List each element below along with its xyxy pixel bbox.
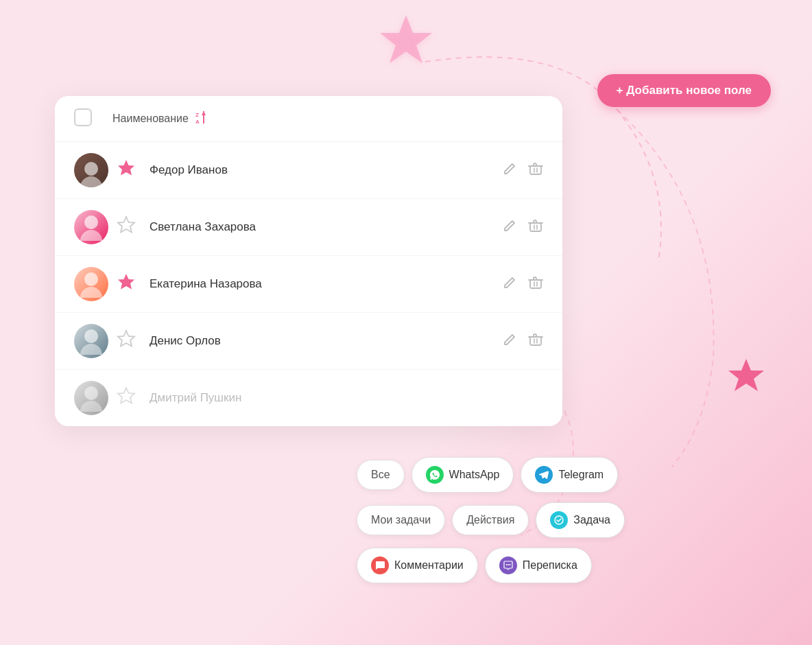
row-person-name: Светлана Захарова — [150, 220, 502, 234]
svg-marker-22 — [118, 388, 134, 403]
row-person-name: Федор Иванов — [150, 163, 502, 177]
filter-telegram-button[interactable]: Telegram — [521, 457, 618, 493]
svg-rect-15 — [530, 280, 541, 288]
star-toggle[interactable] — [117, 329, 139, 353]
svg-marker-6 — [118, 160, 134, 176]
svg-marker-5 — [202, 111, 206, 115]
row-actions — [502, 275, 543, 294]
delete-icon[interactable] — [528, 161, 543, 180]
filter-row-2: Мои задачи Действия Задача — [357, 502, 625, 538]
star-toggle[interactable] — [117, 159, 139, 183]
svg-rect-11 — [530, 223, 541, 231]
delete-icon[interactable] — [528, 275, 543, 294]
checkbox-box[interactable] — [74, 108, 92, 126]
svg-marker-0 — [380, 15, 432, 63]
star-toggle[interactable] — [117, 215, 139, 239]
table-row: Дмитрий Пушкин — [55, 370, 562, 426]
row-actions — [502, 218, 543, 237]
filter-actions-button[interactable]: Действия — [452, 505, 529, 535]
filter-comments-button[interactable]: Комментарии — [357, 548, 478, 583]
telegram-icon — [535, 466, 553, 484]
table-row: Денис Орлов — [55, 313, 562, 370]
add-field-button[interactable]: + Добавить новое поле — [597, 74, 771, 107]
edit-icon[interactable] — [502, 332, 517, 351]
top-star-decoration — [379, 12, 433, 72]
svg-marker-14 — [118, 274, 134, 290]
avatar — [74, 324, 108, 358]
whatsapp-label: WhatsApp — [449, 469, 500, 481]
edit-icon[interactable] — [502, 218, 517, 237]
svg-point-25 — [508, 564, 509, 565]
svg-point-24 — [505, 564, 507, 565]
svg-marker-1 — [728, 359, 764, 391]
filter-row-3: Комментарии Переписка — [357, 548, 625, 583]
edit-icon[interactable] — [502, 161, 517, 180]
row-person-name: Дмитрий Пушкин — [150, 391, 543, 405]
sort-icon[interactable]: Z A — [194, 110, 209, 128]
avatar — [74, 381, 108, 415]
svg-rect-7 — [530, 166, 541, 174]
select-all-checkbox[interactable] — [74, 108, 104, 129]
table-header: Наименование Z A — [55, 96, 562, 142]
svg-text:Z: Z — [195, 112, 199, 118]
telegram-label: Telegram — [558, 469, 604, 481]
avatar — [74, 267, 108, 301]
star-toggle[interactable] — [117, 386, 139, 410]
row-actions — [502, 332, 543, 351]
row-person-name: Денис Орлов — [150, 334, 502, 348]
whatsapp-icon — [426, 466, 444, 484]
svg-marker-10 — [118, 217, 134, 233]
comments-label: Комментарии — [394, 559, 464, 572]
filter-mytasks-button[interactable]: Мои задачи — [357, 505, 445, 535]
row-person-name: Екатерина Назарова — [150, 277, 502, 291]
filter-area: Все WhatsApp Telegram Мои за — [357, 457, 625, 583]
perepiska-icon — [499, 556, 517, 574]
svg-rect-19 — [530, 337, 541, 345]
svg-marker-18 — [118, 331, 134, 347]
svg-text:A: A — [195, 119, 200, 125]
comments-icon — [371, 556, 389, 574]
avatar — [74, 210, 108, 244]
main-card: Наименование Z A — [55, 96, 562, 426]
perepiska-label: Переписка — [523, 559, 577, 572]
edit-icon[interactable] — [502, 275, 517, 294]
column-name-label: Наименование — [112, 113, 189, 125]
table-row: Екатерина Назарова — [55, 256, 562, 313]
right-star-decoration — [727, 357, 765, 398]
zadacha-icon — [550, 511, 568, 529]
delete-icon[interactable] — [528, 218, 543, 237]
filter-row-1: Все WhatsApp Telegram — [357, 457, 625, 493]
scene: + Добавить новое поле Наименование Z A — [0, 0, 812, 645]
star-toggle[interactable] — [117, 272, 139, 296]
delete-icon[interactable] — [528, 332, 543, 351]
column-header-name: Наименование Z A — [112, 110, 543, 128]
zadacha-label: Задача — [573, 514, 610, 526]
row-actions — [502, 161, 543, 180]
filter-zadacha-button[interactable]: Задача — [536, 502, 625, 538]
table-row: Федор Иванов — [55, 142, 562, 199]
table-row: Светлана Захарова — [55, 199, 562, 256]
avatar — [74, 153, 108, 187]
filter-all-button[interactable]: Все — [357, 460, 405, 490]
filter-whatsapp-button[interactable]: WhatsApp — [411, 457, 514, 493]
filter-perepiska-button[interactable]: Переписка — [485, 548, 592, 583]
svg-point-26 — [509, 564, 510, 565]
